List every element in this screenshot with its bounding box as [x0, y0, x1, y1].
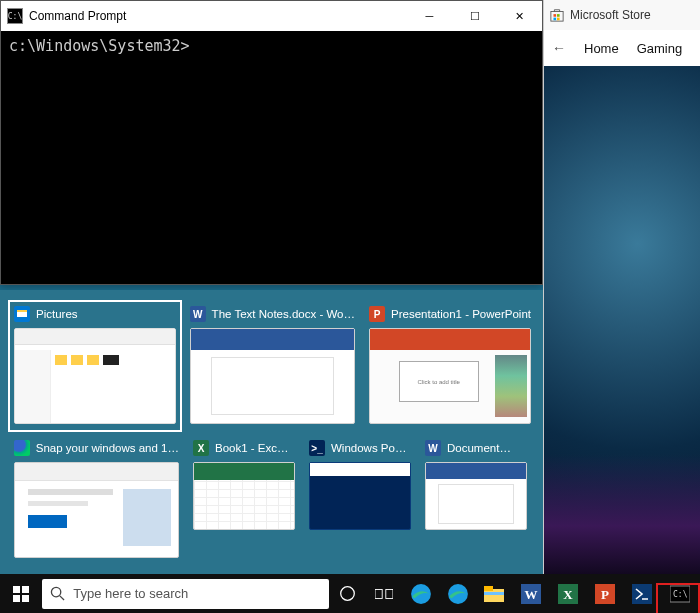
excel-icon: X — [193, 440, 209, 456]
snap-thumbnail — [193, 462, 295, 530]
snap-tile-powershell[interactable]: >_ Windows Po… — [309, 440, 411, 558]
windows-logo-icon — [13, 586, 29, 602]
command-prompt-titlebar[interactable]: C:\ Command Prompt ─ ☐ ✕ — [1, 1, 542, 31]
snap-tile-edge[interactable]: Snap your windows and 1… — [14, 440, 179, 558]
svg-line-12 — [60, 596, 64, 600]
store-navbar: ← Home Gaming — [544, 30, 700, 66]
svg-rect-7 — [13, 586, 20, 593]
taskbar-edge[interactable] — [402, 574, 439, 613]
word-icon: W — [190, 306, 206, 322]
search-icon — [50, 586, 65, 601]
svg-rect-19 — [484, 586, 493, 591]
svg-rect-15 — [386, 589, 393, 598]
snap-thumbnail: Click to add title — [369, 328, 531, 424]
snap-assist-overlay: Pictures W The Text Notes.docx - Wo… P P… — [0, 290, 543, 574]
taskbar-word[interactable]: W — [513, 574, 550, 613]
highlight-annotation — [656, 583, 700, 614]
taskbar-search[interactable]: Type here to search — [42, 579, 328, 609]
svg-rect-14 — [375, 589, 382, 598]
taskbar-edge-2[interactable] — [439, 574, 476, 613]
snap-tile-label: Windows Po… — [331, 442, 406, 454]
edge-icon — [14, 440, 30, 456]
snap-thumbnail — [190, 328, 355, 424]
svg-text:P: P — [601, 587, 609, 602]
minimize-button[interactable]: ─ — [407, 1, 452, 31]
microsoft-store-window[interactable]: Microsoft Store ← Home Gaming — [543, 0, 700, 574]
snap-thumbnail — [309, 462, 411, 530]
search-placeholder: Type here to search — [73, 586, 188, 601]
command-prompt-window[interactable]: C:\ Command Prompt ─ ☐ ✕ c:\Windows\Syst… — [0, 0, 543, 285]
snap-tile-powerpoint[interactable]: P Presentation1 - PowerPoint Click to ad… — [369, 306, 531, 426]
snap-tile-label: Presentation1 - PowerPoint — [391, 308, 531, 320]
start-button[interactable] — [0, 574, 42, 613]
task-view-button[interactable] — [366, 574, 403, 613]
taskbar-excel[interactable]: X — [550, 574, 587, 613]
svg-point-11 — [52, 587, 61, 596]
svg-rect-8 — [22, 586, 29, 593]
word-icon: W — [425, 440, 441, 456]
svg-rect-4 — [557, 18, 560, 21]
command-prompt-body[interactable]: c:\Windows\System32> — [1, 31, 542, 61]
taskbar-powershell[interactable] — [623, 574, 660, 613]
snap-thumbnail — [14, 462, 179, 558]
command-prompt-title: Command Prompt — [29, 9, 126, 23]
snap-tile-label: Snap your windows and 1… — [36, 442, 179, 454]
command-prompt-icon: C:\ — [7, 8, 23, 24]
store-title: Microsoft Store — [570, 8, 651, 22]
maximize-button[interactable]: ☐ — [452, 1, 497, 31]
store-titlebar[interactable]: Microsoft Store — [544, 0, 700, 30]
store-nav-home[interactable]: Home — [584, 41, 619, 56]
svg-rect-3 — [554, 18, 557, 21]
svg-rect-2 — [557, 14, 560, 17]
ppt-slide-placeholder: Click to add title — [399, 361, 479, 402]
svg-point-13 — [340, 587, 354, 601]
snap-tile-label: Book1 - Exc… — [215, 442, 289, 454]
svg-rect-1 — [554, 14, 557, 17]
snap-tile-word-doc[interactable]: W Document… — [425, 440, 527, 558]
snap-tile-label: Pictures — [36, 308, 78, 320]
store-icon — [550, 8, 564, 22]
close-button[interactable]: ✕ — [497, 1, 542, 31]
store-hero-image — [544, 66, 700, 574]
powerpoint-icon: P — [369, 306, 385, 322]
powershell-icon: >_ — [309, 440, 325, 456]
pictures-icon — [14, 306, 30, 322]
taskbar-file-explorer[interactable] — [476, 574, 513, 613]
taskbar-powerpoint[interactable]: P — [586, 574, 623, 613]
svg-rect-6 — [17, 310, 27, 312]
snap-tile-pictures[interactable]: Pictures — [14, 306, 176, 426]
snap-tile-label: Document… — [447, 442, 511, 454]
back-icon[interactable]: ← — [552, 40, 566, 56]
svg-text:X: X — [563, 587, 573, 602]
svg-rect-20 — [484, 592, 504, 595]
store-nav-gaming[interactable]: Gaming — [637, 41, 683, 56]
svg-text:W: W — [525, 587, 538, 602]
svg-rect-10 — [22, 595, 29, 602]
snap-thumbnail — [425, 462, 527, 530]
taskbar: Type here to search W X P C:\ — [0, 574, 700, 613]
snap-tile-word-notes[interactable]: W The Text Notes.docx - Wo… — [190, 306, 355, 426]
svg-rect-9 — [13, 595, 20, 602]
snap-tile-excel[interactable]: X Book1 - Exc… — [193, 440, 295, 558]
snap-tile-label: The Text Notes.docx - Wo… — [212, 308, 355, 320]
cortana-button[interactable] — [329, 574, 366, 613]
snap-thumbnail — [14, 328, 176, 424]
